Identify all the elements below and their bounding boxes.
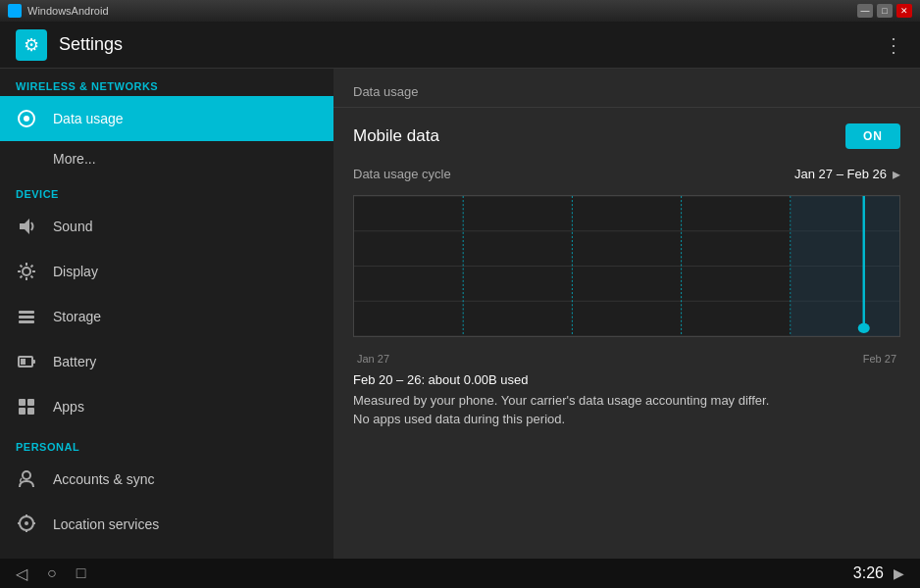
- svg-line-10: [31, 266, 33, 268]
- chart-labels: Jan 27 Feb 27: [353, 349, 900, 365]
- more-label: More...: [53, 151, 96, 167]
- chevron-right-icon: ▸: [893, 165, 900, 183]
- sound-label: Sound: [53, 219, 92, 234]
- sidebar-item-more[interactable]: More...: [0, 141, 333, 176]
- svg-rect-19: [27, 399, 34, 406]
- svg-rect-16: [32, 360, 35, 364]
- app-title: Settings: [59, 34, 123, 55]
- measured-note: Measured by your phone. Your carrier's d…: [353, 393, 900, 408]
- sidebar: WIRELESS & NETWORKS Data usage More... D…: [0, 69, 333, 559]
- accounts-icon: [16, 468, 37, 490]
- nav-buttons: ◁ ○ □: [16, 564, 85, 583]
- svg-rect-41: [791, 196, 899, 336]
- storage-icon: [16, 306, 37, 327]
- apps-icon: [16, 396, 37, 417]
- signal-icon: ▶: [894, 565, 904, 581]
- back-button[interactable]: ◁: [16, 564, 27, 583]
- storage-label: Storage: [53, 309, 101, 324]
- mobile-data-toggle[interactable]: ON: [845, 123, 900, 149]
- sidebar-item-sound[interactable]: Sound: [0, 204, 333, 249]
- status-area: 3:26 ▶: [853, 564, 904, 582]
- svg-rect-21: [27, 408, 34, 415]
- svg-point-43: [858, 323, 870, 333]
- home-button[interactable]: ○: [47, 564, 57, 582]
- data-usage-label: Data usage: [53, 111, 124, 126]
- sidebar-item-battery[interactable]: Battery: [0, 339, 333, 384]
- mobile-data-row: Mobile data ON: [353, 123, 900, 149]
- bottom-bar: ◁ ○ □ 3:26 ▶: [0, 559, 920, 588]
- app-header-left: ⚙ Settings: [16, 29, 123, 61]
- maximize-button[interactable]: □: [877, 4, 893, 18]
- mobile-data-label: Mobile data: [353, 126, 439, 146]
- time-display: 3:26: [853, 564, 884, 582]
- location-label: Location services: [53, 516, 159, 532]
- display-icon: [16, 261, 37, 282]
- sidebar-item-security[interactable]: Security: [0, 547, 333, 559]
- svg-marker-2: [20, 219, 29, 234]
- section-device-header: DEVICE: [0, 176, 333, 204]
- chart-end-label: Feb 27: [863, 353, 896, 365]
- title-bar-controls[interactable]: — □ ✕: [857, 4, 912, 18]
- sidebar-item-display[interactable]: Display: [0, 249, 333, 294]
- svg-rect-12: [19, 311, 34, 314]
- sidebar-item-data-usage[interactable]: Data usage: [0, 96, 333, 141]
- usage-info: Feb 20 – 26: about 0.00B used Measured b…: [353, 372, 900, 426]
- sound-icon: [16, 216, 37, 237]
- data-usage-icon: [16, 108, 37, 129]
- usage-summary: Feb 20 – 26: about 0.00B used: [353, 372, 900, 387]
- svg-point-3: [23, 268, 30, 275]
- title-bar-left: WindowsAndroid: [8, 4, 109, 18]
- settings-icon: ⚙: [16, 29, 47, 61]
- svg-rect-20: [19, 408, 26, 415]
- content-inner: Mobile data ON Data usage cycle Jan 27 –…: [333, 108, 920, 446]
- data-cycle-control[interactable]: Jan 27 – Feb 26 ▸: [794, 165, 900, 183]
- page-title: Data usage: [353, 84, 419, 99]
- no-apps-note: No apps used data during this period.: [353, 412, 900, 426]
- svg-line-8: [21, 266, 23, 268]
- data-cycle-value: Jan 27 – Feb 26: [794, 167, 887, 181]
- svg-line-9: [31, 276, 33, 278]
- chart-svg: [354, 196, 899, 336]
- sidebar-item-apps[interactable]: Apps: [0, 384, 333, 429]
- svg-rect-14: [19, 320, 34, 323]
- sidebar-item-location[interactable]: Location services: [0, 502, 333, 547]
- svg-rect-17: [21, 359, 26, 365]
- section-personal-header: PERSONAL: [0, 429, 333, 457]
- svg-rect-18: [19, 399, 26, 406]
- section-wireless-header: WIRELESS & NETWORKS: [0, 69, 333, 96]
- data-cycle-label: Data usage cycle: [353, 167, 451, 181]
- app-logo: [8, 4, 22, 18]
- battery-icon: [16, 351, 37, 372]
- close-button[interactable]: ✕: [896, 4, 912, 18]
- apps-label: Apps: [53, 399, 84, 415]
- chart-start-label: Jan 27: [357, 353, 389, 365]
- location-icon: [16, 514, 37, 535]
- svg-point-22: [23, 471, 30, 479]
- content-area: Data usage Mobile data ON Data usage cyc…: [333, 69, 920, 559]
- accounts-label: Accounts & sync: [53, 471, 155, 487]
- sidebar-item-storage[interactable]: Storage: [0, 294, 333, 339]
- data-chart: [353, 195, 900, 337]
- content-header: Data usage: [333, 69, 920, 108]
- recent-button[interactable]: □: [77, 564, 86, 582]
- svg-point-1: [24, 116, 29, 122]
- sidebar-item-accounts[interactable]: Accounts & sync: [0, 457, 333, 502]
- title-bar: WindowsAndroid — □ ✕: [0, 0, 920, 22]
- battery-label: Battery: [53, 354, 96, 369]
- overflow-menu-button[interactable]: ⋮: [884, 33, 904, 57]
- display-label: Display: [53, 264, 98, 279]
- data-cycle-row: Data usage cycle Jan 27 – Feb 26 ▸: [353, 165, 900, 183]
- main-layout: WIRELESS & NETWORKS Data usage More... D…: [0, 69, 920, 559]
- minimize-button[interactable]: —: [857, 4, 873, 18]
- svg-rect-13: [19, 316, 34, 318]
- svg-point-24: [25, 521, 28, 525]
- app-header: ⚙ Settings ⋮: [0, 22, 920, 69]
- app-name: WindowsAndroid: [27, 5, 109, 17]
- svg-line-11: [21, 276, 23, 278]
